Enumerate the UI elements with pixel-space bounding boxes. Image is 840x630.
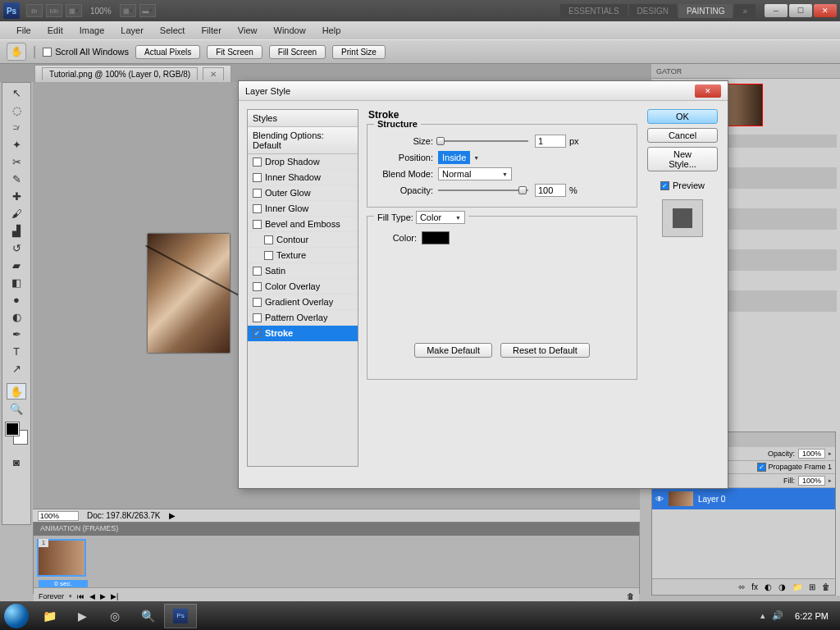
menu-view[interactable]: View <box>230 24 266 37</box>
taskbar-photoshop-icon[interactable]: Ps <box>164 604 197 628</box>
wand-tool-icon[interactable]: ✦ <box>7 136 26 153</box>
style-satin[interactable]: Satin <box>248 263 358 279</box>
prev-frame-icon[interactable]: ◀ <box>89 592 95 600</box>
bridge-icon[interactable]: Br <box>26 4 43 17</box>
dodge-tool-icon[interactable]: ◐ <box>7 308 26 325</box>
pen-tool-icon[interactable]: ✒ <box>7 326 26 342</box>
preview-checkbox[interactable]: Preview <box>660 180 705 190</box>
history-brush-icon[interactable]: ↺ <box>7 240 26 256</box>
window-maximize[interactable]: ☐ <box>789 4 812 17</box>
link-icon[interactable]: ⬄ <box>738 582 745 591</box>
style-contour[interactable]: Contour <box>248 232 358 248</box>
size-input[interactable] <box>535 135 566 148</box>
fit-screen-button[interactable]: Fit Screen <box>207 45 262 59</box>
opacity-slider[interactable] <box>438 189 528 191</box>
loop-select[interactable]: Forever <box>39 592 64 600</box>
print-size-button[interactable]: Print Size <box>332 45 386 59</box>
layer-row[interactable]: 👁 Layer 0 <box>652 488 835 509</box>
menu-image[interactable]: Image <box>71 24 113 37</box>
adjust-icon[interactable]: ◑ <box>778 582 786 591</box>
visibility-icon[interactable]: 👁 <box>655 495 664 504</box>
blendmode-select[interactable]: Normal▼ <box>438 167 512 180</box>
fill-value[interactable]: 100% <box>798 476 825 486</box>
marquee-tool-icon[interactable]: ◌ <box>7 102 26 118</box>
animation-frame[interactable]: 1 <box>37 539 86 577</box>
system-tray[interactable]: ▴🔊 <box>760 610 783 621</box>
lasso-tool-icon[interactable]: ⟉ <box>7 119 26 135</box>
move-tool-icon[interactable]: ↖ <box>7 84 26 101</box>
eyedropper-tool-icon[interactable]: ✎ <box>7 171 26 187</box>
zoom-tool-icon[interactable]: 🔍 <box>7 400 26 417</box>
zoom-level[interactable]: 100% <box>90 7 112 16</box>
menu-layer[interactable]: Layer <box>112 24 152 37</box>
opacity-input[interactable] <box>535 184 566 197</box>
folder-icon[interactable]: 📁 <box>792 582 802 591</box>
fill-screen-button[interactable]: Fill Screen <box>269 45 326 59</box>
navigator-tab[interactable]: GATOR <box>651 64 840 79</box>
trash-icon[interactable]: 🗑 <box>627 592 634 600</box>
document-tab[interactable]: Tutorial.png @ 100% (Layer 0, RGB/8)✕ <box>34 65 231 82</box>
menu-select[interactable]: Select <box>152 24 194 37</box>
style-outer-glow[interactable]: Outer Glow <box>248 185 358 201</box>
style-color-overlay[interactable]: Color Overlay <box>248 279 358 294</box>
window-minimize[interactable]: ─ <box>765 4 788 17</box>
style-pattern-overlay[interactable]: Pattern Overlay <box>248 310 358 326</box>
scroll-all-windows[interactable]: Scroll All Windows <box>43 47 129 57</box>
gradient-tool-icon[interactable]: ◧ <box>7 274 26 290</box>
style-stroke[interactable]: Stroke <box>248 326 358 341</box>
viewextras-icon[interactable]: ▬▾ <box>139 4 156 17</box>
taskbar-media-icon[interactable]: ▶ <box>66 604 98 628</box>
style-gradient-overlay[interactable]: Gradient Overlay <box>248 294 358 310</box>
ok-button[interactable]: OK <box>647 109 718 124</box>
screen-mode-icon[interactable]: ▦▾ <box>66 4 82 17</box>
menu-file[interactable]: File <box>8 24 39 37</box>
path-tool-icon[interactable]: ↗ <box>7 360 26 377</box>
heal-tool-icon[interactable]: ✚ <box>7 188 26 204</box>
cancel-button[interactable]: Cancel <box>647 128 718 143</box>
style-inner-glow[interactable]: Inner Glow <box>248 201 358 217</box>
newlayer-icon[interactable]: ⊞ <box>809 582 815 591</box>
fx-icon[interactable]: fx <box>751 582 758 591</box>
brush-tool-icon[interactable]: 🖌 <box>7 205 26 221</box>
trash-layer-icon[interactable]: 🗑 <box>822 582 830 591</box>
taskbar-search-icon[interactable]: 🔍 <box>131 604 164 628</box>
menu-help[interactable]: Help <box>314 24 349 37</box>
start-button[interactable] <box>0 601 33 630</box>
hand-tool2-icon[interactable]: ✋ <box>7 383 26 399</box>
propagate-check[interactable] <box>757 463 766 472</box>
frame-time[interactable]: 0 sec. <box>39 580 88 587</box>
dialog-close-button[interactable]: ✕ <box>695 84 721 98</box>
workspace-more[interactable]: » <box>734 4 756 18</box>
style-drop-shadow[interactable]: Drop Shadow <box>248 154 358 170</box>
taskbar-steam-icon[interactable]: ◎ <box>98 604 131 628</box>
menu-edit[interactable]: Edit <box>39 24 71 37</box>
style-inner-shadow[interactable]: Inner Shadow <box>248 170 358 185</box>
chevron-down-icon[interactable]: ▼ <box>473 155 479 161</box>
eraser-tool-icon[interactable]: ▰ <box>7 257 26 273</box>
workspace-essentials[interactable]: ESSENTIALS <box>560 4 628 18</box>
arrange-icon[interactable]: ▦▾ <box>120 4 136 17</box>
tray-caret-icon[interactable]: ▴ <box>760 610 765 621</box>
workspace-painting[interactable]: PAINTING <box>678 4 733 18</box>
blending-options[interactable]: Blending Options: Default <box>248 127 358 154</box>
quickmask-icon[interactable]: ◙ <box>7 454 26 470</box>
window-close[interactable]: ✕ <box>814 4 837 17</box>
opacity-value[interactable]: 100% <box>798 449 825 459</box>
taskbar-explorer-icon[interactable]: 📁 <box>33 604 66 628</box>
menu-filter[interactable]: Filter <box>193 24 229 37</box>
stroke-color-swatch[interactable] <box>422 231 450 244</box>
styles-header[interactable]: Styles <box>248 110 358 127</box>
style-texture[interactable]: Texture <box>248 248 358 263</box>
crop-tool-icon[interactable]: ✂ <box>7 153 26 170</box>
blur-tool-icon[interactable]: ● <box>7 291 26 308</box>
type-tool-icon[interactable]: T <box>7 343 26 359</box>
dialog-titlebar[interactable]: Layer Style ✕ <box>239 81 728 101</box>
stamp-tool-icon[interactable]: ▟ <box>7 222 26 239</box>
mask-icon[interactable]: ◐ <box>765 582 772 591</box>
workspace-design[interactable]: DESIGN <box>629 4 677 18</box>
taskbar-clock[interactable]: 6:22 PM <box>783 611 840 621</box>
actual-pixels-button[interactable]: Actual Pixels <box>135 45 200 59</box>
position-select[interactable]: Inside <box>438 151 470 164</box>
filltype-select[interactable]: Color▼ <box>416 211 465 224</box>
hand-tool-icon[interactable]: ✋ <box>7 43 26 61</box>
